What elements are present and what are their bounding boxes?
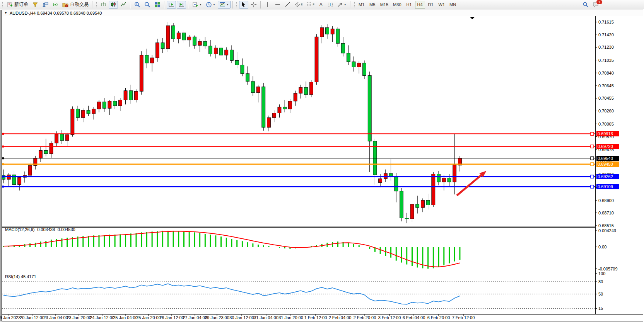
- price-line-label: 0.69913: [596, 131, 619, 136]
- crosshair-icon: [251, 2, 257, 8]
- tf-button-W1[interactable]: W1: [437, 1, 447, 8]
- crosshair-tool-button[interactable]: [249, 1, 258, 8]
- time-axis-label: 23 Jan 20:00: [67, 315, 91, 320]
- time-axis-label: 25 Jan 20:00: [136, 315, 161, 320]
- horizontal-line-tool-button[interactable]: [273, 1, 282, 8]
- tf-button-M15[interactable]: M15: [378, 1, 390, 8]
- chevron-down-icon: ▼: [4, 11, 7, 15]
- channel-tool-button[interactable]: E: [293, 1, 304, 8]
- text-label-icon: T: [328, 2, 333, 7]
- chart-title-bar[interactable]: ▼ AUDUSD-,H4 0.69434 0.69578 0.69340 0.6…: [2, 10, 643, 16]
- time-axis-label: 31 Jan 04:00: [254, 315, 278, 320]
- new-order-icon: [7, 2, 13, 8]
- toolbar-separator: [260, 1, 261, 8]
- price-tick-label: 0.68900: [598, 198, 614, 203]
- toolbar-separator: [188, 1, 189, 8]
- macd-label: MACD(12,26,9) -0.003438 -0.004530: [5, 227, 75, 232]
- time-axis-label: 7 Feb 12:00: [452, 315, 475, 320]
- text-label-tool-button[interactable]: T: [326, 1, 335, 8]
- tile-windows-icon: [154, 2, 161, 8]
- line-chart-mode-button[interactable]: [119, 1, 128, 8]
- bar-chart-icon: [100, 2, 106, 8]
- tile-windows-button[interactable]: [153, 1, 162, 8]
- price-line-label: 0.69109: [596, 184, 619, 189]
- new-order-button[interactable]: 新订单: [5, 1, 30, 8]
- time-axis-label: 30 Jan 12:00: [229, 315, 254, 320]
- time-axis-label: 27 Jan 04:00: [183, 315, 207, 320]
- channel-icon: [295, 2, 301, 8]
- tf-button-M5[interactable]: M5: [367, 1, 378, 8]
- trendline-tool-button[interactable]: [283, 1, 292, 8]
- price-line-label: 0.69450: [596, 162, 619, 167]
- toolbar-separator: [92, 1, 93, 8]
- time-axis-label: 3 Feb 12:00: [378, 315, 401, 320]
- time-axis-label: 29 Jan 23:00: [205, 315, 229, 320]
- new-chart-button[interactable]: ▼: [191, 1, 203, 8]
- chat-button[interactable]: 1: [591, 1, 600, 8]
- macd-axis-label: 0.00: [598, 244, 606, 250]
- arrows-icon: [337, 2, 343, 8]
- cursor-tool-button[interactable]: [239, 1, 248, 8]
- tf-button-H1[interactable]: H1: [404, 1, 414, 8]
- time-axis-label: 31 Jan 20:00: [278, 315, 303, 320]
- toolbar-drag-handle[interactable]: [2, 2, 3, 8]
- chart-window: ▼ AUDUSD-,H4 0.69434 0.69578 0.69340 0.6…: [2, 10, 643, 321]
- tf-button-H4[interactable]: H4: [415, 1, 425, 8]
- chart-shift-icon: [178, 2, 184, 8]
- autotrading-icon: [62, 2, 68, 8]
- timeframe-group: M1M5M15M30H1H4D1W1MN: [356, 1, 458, 8]
- signals-button[interactable]: [51, 1, 60, 8]
- price-tick-label: 0.70065: [598, 121, 614, 127]
- price-tick-label: 0.71420: [598, 32, 614, 37]
- fibonacci-tool-button[interactable]: F: [305, 1, 316, 8]
- trader-icon: [42, 2, 48, 8]
- time-axis-label: 6 Feb 04:00: [403, 315, 425, 320]
- price-tick-label: 0.70645: [598, 83, 614, 88]
- chevron-down-icon: ▼: [199, 3, 202, 6]
- time-axis-label: 23 Jan 04:00: [43, 315, 68, 320]
- time-axis-label: 25 Jan 04:00: [113, 315, 138, 320]
- price-line-label: 0.69262: [596, 174, 619, 179]
- search-button[interactable]: [581, 1, 590, 8]
- chart-canvas[interactable]: [2, 16, 643, 321]
- signal-icon: [52, 2, 58, 8]
- zoom-out-icon: [144, 2, 150, 8]
- toolbar-separator: [232, 1, 233, 8]
- text-icon: A: [319, 2, 323, 7]
- macd-axis-label: 0.004243: [598, 228, 616, 233]
- period-button[interactable]: ▼: [204, 1, 217, 8]
- arrows-tool-button[interactable]: ▼: [335, 1, 348, 8]
- market-watch-button[interactable]: [31, 1, 40, 8]
- tf-button-MN[interactable]: MN: [448, 1, 458, 8]
- tf-button-M1[interactable]: M1: [357, 1, 367, 8]
- template-icon: [219, 2, 225, 8]
- price-tick-label: 0.70455: [598, 95, 614, 101]
- tf-button-D1[interactable]: D1: [426, 1, 436, 8]
- text-tool-button[interactable]: A: [317, 1, 325, 8]
- time-axis-label: 24 Jan 12:00: [90, 315, 114, 320]
- line-chart-icon: [120, 2, 126, 8]
- new-order-label: 新订单: [14, 1, 28, 8]
- toolbar-drag-handle[interactable]: [96, 2, 97, 8]
- toolbar-drag-handle[interactable]: [236, 2, 237, 8]
- auto-trading-button[interactable]: 自动交易: [61, 1, 90, 8]
- price-tick-label: 0.71230: [598, 44, 614, 50]
- search-icon: [583, 2, 589, 8]
- auto-scroll-button[interactable]: [167, 1, 176, 8]
- tf-button-M30[interactable]: M30: [391, 1, 403, 8]
- candlestick-mode-button[interactable]: [109, 1, 118, 8]
- toolbar-drag-handle[interactable]: [354, 2, 355, 8]
- terminal-button[interactable]: [41, 1, 50, 8]
- rsi-label: RSI(14) 45.4171: [5, 274, 36, 279]
- zoom-in-button[interactable]: [133, 1, 142, 8]
- toolbar-separator: [164, 1, 165, 8]
- vertical-line-tool-button[interactable]: [263, 1, 272, 8]
- time-axis-label: 19 Jan 2023: [0, 315, 20, 320]
- template-button[interactable]: ▼: [218, 1, 231, 8]
- toolbar-separator: [130, 1, 131, 8]
- new-chart-icon: [192, 2, 198, 8]
- chart-shift-button[interactable]: [177, 1, 186, 8]
- bar-chart-mode-button[interactable]: [99, 1, 108, 8]
- zoom-out-button[interactable]: [143, 1, 152, 8]
- time-axis-label: 6 Feb 20:00: [427, 315, 450, 320]
